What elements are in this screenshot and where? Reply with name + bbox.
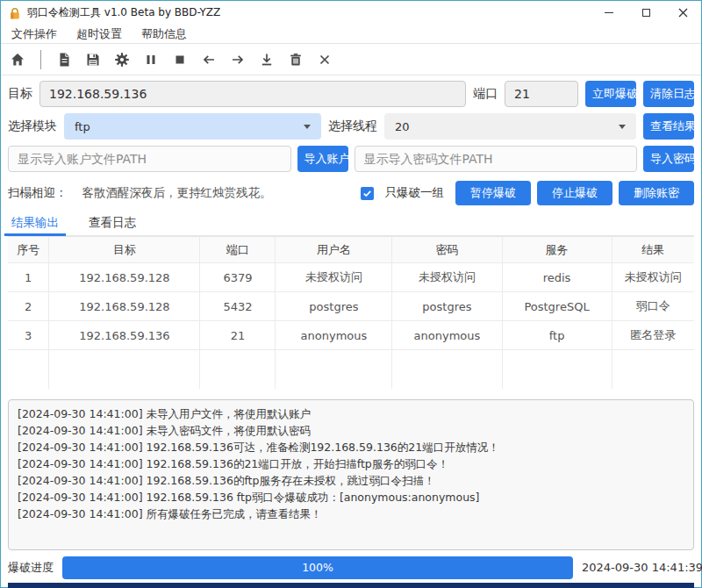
table-header-cell: 目标 <box>49 237 200 263</box>
minimize-icon <box>605 12 613 13</box>
table-header-cell: 序号 <box>8 237 49 263</box>
table-cell: 匿名登录 <box>612 321 694 350</box>
import-row: 导入账户 导入密码 <box>8 146 694 172</box>
port-input[interactable] <box>505 81 578 107</box>
close-task-icon[interactable] <box>317 52 333 68</box>
gear-icon[interactable] <box>114 52 130 68</box>
menu-bar: 文件操作超时设置帮助信息 <box>1 25 701 43</box>
table-row[interactable]: 1192.168.59.1286379未授权访问未授权访问redis未授权访问 <box>8 263 694 292</box>
log-line: [2024-09-30 14:41:00] 未导入密码文件，将使用默认密码 <box>18 422 684 439</box>
progress-label: 爆破进度 <box>8 560 54 576</box>
window-title: 弱口令检测工具 v1.0 Beta by BBD-YZZ <box>27 5 220 20</box>
table-cell: 未授权访问 <box>276 263 392 292</box>
table-header-cell: 结果 <box>612 237 694 263</box>
progress-value: 100% <box>62 556 573 579</box>
menu-item[interactable]: 超时设置 <box>76 26 122 42</box>
table-header-row: 序号目标端口用户名密码服务结果 <box>8 237 694 263</box>
clear-log-button[interactable]: 清除日志 <box>643 81 694 107</box>
single-group-label: 只爆破一组 <box>385 185 445 201</box>
trash-icon[interactable] <box>288 52 304 68</box>
crack-now-button[interactable]: 立即爆破 <box>585 81 636 107</box>
file-icon[interactable] <box>56 52 72 68</box>
stop-crack-button[interactable]: 停止爆破 <box>537 181 612 205</box>
window-controls <box>591 1 701 25</box>
results-table: 序号目标端口用户名密码服务结果 1192.168.59.1286379未授权访问… <box>8 236 694 389</box>
table-header-cell: 端口 <box>200 237 276 263</box>
main-content: 目标 端口 立即爆破 清除日志 选择模块 ftp 选择线程 20 查看结果 导入… <box>1 75 701 588</box>
menu-item[interactable]: 文件操作 <box>11 26 57 42</box>
table-cell: 弱口令 <box>612 292 694 321</box>
import-password-button[interactable]: 导入密码 <box>643 146 694 172</box>
table-cell: 21 <box>200 321 276 350</box>
download-icon[interactable] <box>259 52 275 68</box>
tab[interactable]: 查看日志 <box>85 211 140 235</box>
menu-item[interactable]: 帮助信息 <box>141 26 187 42</box>
table-cell: postgres <box>276 292 392 321</box>
module-select[interactable]: ftp <box>64 113 321 140</box>
log-line: [2024-09-30 14:41:00] 192.168.59.136可达，准… <box>18 439 684 455</box>
table-cell: ftp <box>502 321 612 350</box>
table-cell: 192.168.59.136 <box>49 321 200 350</box>
table-row[interactable]: 2192.168.59.1285432postgrespostgresPostg… <box>8 292 694 321</box>
target-row: 目标 端口 立即爆破 清除日志 <box>8 81 694 107</box>
chevron-down-icon <box>619 125 626 129</box>
table-cell: 未授权访问 <box>392 263 502 292</box>
table-cell: PostgreSQL <box>502 292 612 321</box>
table-cell: 6379 <box>200 263 276 292</box>
import-account-button[interactable]: 导入账户 <box>297 146 348 172</box>
log-line: [2024-09-30 14:41:00] 未导入用户文件，将使用默认账户 <box>18 405 684 422</box>
minimize-button[interactable] <box>591 1 627 25</box>
lock-icon <box>8 6 22 20</box>
delete-credentials-button[interactable]: 删除账密 <box>619 181 694 205</box>
table-body: 1192.168.59.1286379未授权访问未授权访问redis未授权访问2… <box>8 263 694 389</box>
table-cell: postgres <box>392 292 502 321</box>
table-row[interactable]: 3192.168.59.13621anonymousanonymousftp匿名… <box>8 321 694 350</box>
module-row: 选择模块 ftp 选择线程 20 查看结果 <box>8 113 694 140</box>
close-icon <box>678 8 688 18</box>
footer-timestamp: 2024-09-30 14:41:39 <box>582 561 694 574</box>
log-line: [2024-09-30 14:41:00] 所有爆破任务已完成，请查看结果！ <box>18 506 684 522</box>
chevron-down-icon <box>304 125 311 129</box>
maximize-icon <box>642 9 650 17</box>
table-header-cell: 用户名 <box>276 237 392 263</box>
target-input[interactable] <box>39 81 466 107</box>
toolbar-separator <box>40 50 41 69</box>
pause-crack-button[interactable]: 暂停爆破 <box>455 181 531 205</box>
greeting-label: 扫榻相迎： <box>8 185 68 201</box>
table-header-cell: 服务 <box>502 237 612 263</box>
table-cell: redis <box>502 263 612 292</box>
stop-icon[interactable] <box>172 52 188 68</box>
taskbar-strip <box>8 583 694 588</box>
table-filler-row <box>8 350 694 389</box>
table-cell: 3 <box>8 321 49 350</box>
thread-select[interactable]: 20 <box>384 113 636 140</box>
maximize-button[interactable] <box>627 1 664 25</box>
pause-icon[interactable] <box>143 52 159 68</box>
toolbar <box>1 44 701 75</box>
arrow-right-icon[interactable] <box>230 52 246 68</box>
log-line: [2024-09-30 14:41:00] 192.168.59.136的ftp… <box>18 472 684 489</box>
log-output[interactable]: [2024-09-30 14:41:00] 未导入用户文件，将使用默认账户[20… <box>8 399 694 550</box>
password-path-input[interactable] <box>355 146 638 172</box>
log-line: [2024-09-30 14:41:00] 192.168.59.136 ftp… <box>18 489 684 506</box>
table-cell: 2 <box>8 292 49 321</box>
single-group-checkbox[interactable] <box>361 187 374 200</box>
control-row: 扫榻相迎： 客散酒醒深夜后，更持红烛赏残花。 只爆破一组 暂停爆破 停止爆破 删… <box>8 181 694 205</box>
log-line: [2024-09-30 14:41:00] 192.168.59.136的21端… <box>18 455 684 472</box>
table-cell: 192.168.59.128 <box>49 292 200 321</box>
footer: 爆破进度 100% 2024-09-30 14:41:39 <box>8 556 694 579</box>
title-bar: 弱口令检测工具 v1.0 Beta by BBD-YZZ <box>1 1 701 25</box>
module-label: 选择模块 <box>8 118 57 134</box>
port-label: 端口 <box>473 86 498 102</box>
close-button[interactable] <box>664 1 701 25</box>
view-results-button[interactable]: 查看结果 <box>643 113 694 140</box>
save-icon[interactable] <box>85 52 101 68</box>
home-icon[interactable] <box>10 52 25 68</box>
table-cell: 192.168.59.128 <box>49 263 200 292</box>
table-header-cell: 密码 <box>392 237 502 263</box>
table-cell: anonymous <box>276 321 392 350</box>
account-path-input[interactable] <box>8 146 291 172</box>
thread-label: 选择线程 <box>328 118 377 134</box>
arrow-left-icon[interactable] <box>201 52 217 68</box>
tab[interactable]: 结果输出 <box>8 211 62 235</box>
